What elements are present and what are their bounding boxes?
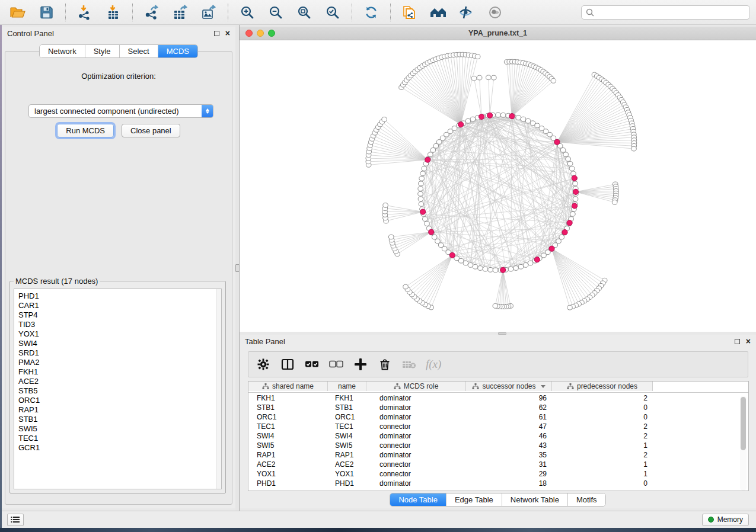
- cell-shared_name[interactable]: PHD1: [248, 479, 328, 488]
- cell-mcds_role[interactable]: dominator: [366, 450, 466, 460]
- delete-column-button[interactable]: [377, 355, 393, 373]
- cell-name[interactable]: RAP1: [328, 450, 366, 460]
- cell-mcds_role[interactable]: dominator: [366, 479, 466, 488]
- cell-mcds_role[interactable]: connector: [366, 441, 466, 450]
- close-panel-button[interactable]: Close panel: [122, 124, 180, 137]
- zoom-selected-button[interactable]: [321, 2, 344, 23]
- cell-name[interactable]: PHD1: [328, 479, 366, 488]
- cell-successor_nodes[interactable]: 62: [466, 403, 552, 412]
- mcds-result-item[interactable]: ACE2: [18, 377, 221, 386]
- cell-predecessor_nodes[interactable]: 1: [552, 441, 653, 450]
- delete-table-button[interactable]: [401, 355, 417, 373]
- cell-shared_name[interactable]: YOX1: [248, 469, 328, 479]
- mcds-result-item[interactable]: GCR1: [18, 443, 221, 453]
- cell-shared_name[interactable]: STB1: [248, 403, 328, 412]
- mcds-result-item[interactable]: SWI5: [18, 424, 221, 434]
- cell-shared_name[interactable]: RAP1: [248, 450, 328, 460]
- tab-select[interactable]: Select: [120, 45, 158, 57]
- zoom-fit-button[interactable]: [292, 2, 316, 23]
- hide-edges-button[interactable]: [455, 2, 479, 23]
- run-mcds-button[interactable]: Run MCDS: [57, 124, 114, 137]
- mcds-result-item[interactable]: YOX1: [18, 329, 221, 339]
- cell-shared_name[interactable]: SWI4: [248, 431, 328, 441]
- mcds-result-item[interactable]: TID3: [18, 320, 221, 329]
- close-panel-icon[interactable]: ×: [225, 31, 230, 36]
- cell-shared_name[interactable]: SWI5: [248, 441, 328, 450]
- column-header-shared-name[interactable]: shared name: [248, 382, 328, 391]
- close-table-panel-icon[interactable]: ×: [746, 339, 751, 344]
- memory-button[interactable]: Memory: [702, 514, 749, 526]
- table-scrollbar-thumb[interactable]: [741, 397, 746, 450]
- column-header-successor-nodes[interactable]: successor nodes: [466, 382, 552, 391]
- show-graphics-details-button[interactable]: [483, 2, 507, 23]
- table-row[interactable]: STB1STB1dominator620: [248, 403, 748, 412]
- cell-shared_name[interactable]: ACE2: [248, 460, 328, 469]
- task-history-button[interactable]: [7, 514, 24, 526]
- cell-successor_nodes[interactable]: 18: [466, 479, 552, 488]
- cell-name[interactable]: ACE2: [328, 460, 366, 469]
- table-row[interactable]: ORC1ORC1dominator610: [248, 412, 748, 422]
- network-canvas[interactable]: [240, 40, 756, 332]
- cell-name[interactable]: FKH1: [328, 393, 366, 403]
- cell-successor_nodes[interactable]: 47: [466, 422, 552, 431]
- table-scrollbar[interactable]: [740, 396, 747, 491]
- cell-name[interactable]: YOX1: [328, 469, 366, 479]
- save-session-button[interactable]: [34, 2, 58, 23]
- cell-mcds_role[interactable]: connector: [366, 460, 466, 469]
- cell-successor_nodes[interactable]: 35: [466, 450, 552, 460]
- cell-shared_name[interactable]: FKH1: [248, 393, 328, 403]
- mcds-result-item[interactable]: SRD1: [18, 348, 221, 358]
- import-network-button[interactable]: [73, 2, 97, 23]
- mcds-result-item[interactable]: PHD1: [18, 291, 221, 301]
- criterion-select[interactable]: largest connected component (undirected): [28, 104, 213, 118]
- cell-name[interactable]: TEC1: [328, 422, 366, 431]
- cell-name[interactable]: ORC1: [328, 412, 366, 422]
- cell-mcds_role[interactable]: dominator: [366, 393, 466, 403]
- cell-predecessor_nodes[interactable]: 1: [552, 460, 653, 469]
- column-header-MCDS-role[interactable]: MCDS role: [366, 382, 466, 391]
- network-graph[interactable]: [240, 40, 756, 332]
- mcds-result-item[interactable]: PMA2: [18, 358, 221, 367]
- mcds-result-item[interactable]: ORC1: [18, 396, 221, 405]
- search-input[interactable]: [597, 8, 745, 17]
- cell-successor_nodes[interactable]: 46: [466, 431, 552, 441]
- zoom-in-button[interactable]: [235, 2, 259, 23]
- column-header-predecessor-nodes[interactable]: predecessor nodes: [552, 382, 653, 391]
- tab-mcds[interactable]: MCDS: [158, 45, 197, 57]
- table-row[interactable]: PHD1PHD1dominator180: [248, 479, 748, 488]
- export-table-button[interactable]: [168, 2, 192, 23]
- cell-predecessor_nodes[interactable]: 2: [552, 431, 653, 441]
- cell-predecessor_nodes[interactable]: 2: [552, 393, 653, 403]
- mcds-result-item[interactable]: STB1: [18, 415, 221, 424]
- cell-successor_nodes[interactable]: 43: [466, 441, 552, 450]
- cell-mcds_role[interactable]: connector: [366, 469, 466, 479]
- refresh-button[interactable]: [359, 2, 383, 23]
- share-document-button[interactable]: [398, 2, 422, 23]
- houses-button[interactable]: [426, 2, 450, 23]
- cell-mcds_role[interactable]: dominator: [366, 403, 466, 412]
- cell-predecessor_nodes[interactable]: 0: [552, 412, 653, 422]
- export-image-button[interactable]: [197, 2, 221, 23]
- toggle-column-view-button[interactable]: [280, 355, 295, 373]
- cell-predecessor_nodes[interactable]: 0: [552, 479, 653, 488]
- mcds-result-item[interactable]: CAR1: [18, 301, 221, 310]
- cell-successor_nodes[interactable]: 31: [466, 460, 552, 469]
- add-column-button[interactable]: [353, 355, 368, 373]
- network-window-titlebar[interactable]: YPA_prune.txt_1: [240, 27, 756, 40]
- import-table-button[interactable]: [101, 2, 125, 23]
- float-panel-icon[interactable]: [214, 31, 219, 36]
- table-settings-button[interactable]: [256, 355, 271, 373]
- table-row[interactable]: RAP1RAP1dominator352: [248, 450, 748, 460]
- zoom-out-button[interactable]: [264, 2, 288, 23]
- open-file-button[interactable]: [6, 2, 30, 23]
- cell-mcds_role[interactable]: dominator: [366, 431, 466, 441]
- mcds-result-item[interactable]: FKH1: [18, 367, 221, 377]
- table-row[interactable]: SWI4SWI4dominator462: [248, 431, 748, 441]
- cell-successor_nodes[interactable]: 29: [466, 469, 552, 479]
- cell-successor_nodes[interactable]: 96: [466, 393, 552, 403]
- splitter-handle-icon[interactable]: [235, 264, 240, 272]
- export-network-button[interactable]: [140, 2, 164, 23]
- cell-predecessor_nodes[interactable]: 0: [552, 403, 653, 412]
- panel-splitter[interactable]: [235, 25, 240, 511]
- cell-mcds_role[interactable]: connector: [366, 422, 466, 431]
